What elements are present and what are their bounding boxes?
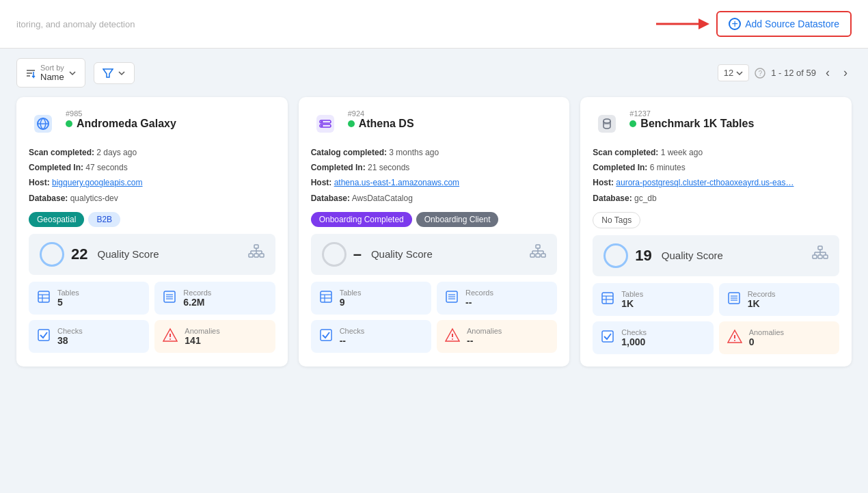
svg-rect-62 — [813, 255, 817, 258]
svg-rect-64 — [824, 255, 828, 258]
checks-label: Checks — [621, 328, 647, 336]
card-host: Host: aurora-postgresql.cluster-cthoaoxe… — [593, 176, 839, 189]
quality-circle — [40, 242, 64, 267]
tables-label: Tables — [621, 290, 643, 298]
stats-grid: Tables 5 Records 6.2M Checks 38 — [29, 282, 275, 353]
anomalies-value: 0 — [749, 336, 784, 347]
card-tags: No Tags — [593, 212, 839, 228]
status-dot — [348, 120, 355, 127]
subtitle: itoring, and anomaly detection — [16, 19, 135, 29]
card-title-area: #1237 Benchmark 1K Tables — [629, 109, 839, 130]
card-id: #1237 — [629, 109, 839, 118]
page-size-chevron — [736, 70, 743, 77]
svg-point-32 — [169, 338, 171, 340]
datastore-card: #985 Andromeda Galaxy Scan completed: 2 … — [16, 97, 288, 367]
next-page-button[interactable]: › — [839, 64, 852, 81]
card-scan: Scan completed: 1 week ago — [593, 146, 839, 159]
records-icon — [445, 290, 459, 306]
anomalies-stat: Anomalies 141 — [154, 320, 275, 353]
tag: Onboarding Client — [416, 212, 499, 227]
checks-value: -- — [340, 335, 365, 346]
quality-score-value: 22 — [71, 245, 87, 263]
tables-value: 9 — [340, 297, 362, 308]
toolbar: Sort by Name 12 ? 1 - 12 of 59 ‹ › — [0, 49, 868, 97]
records-label: Records — [465, 289, 493, 297]
svg-rect-55 — [321, 330, 331, 341]
checks-stat: Checks 38 — [29, 320, 149, 353]
quality-score-section: 19 Quality Score — [593, 235, 839, 276]
prev-page-button[interactable]: ‹ — [822, 64, 834, 81]
svg-point-58 — [452, 338, 453, 340]
checks-info: Checks 38 — [57, 327, 83, 346]
check-icon — [319, 328, 333, 344]
hierarchy-icon[interactable] — [812, 245, 828, 266]
checks-stat: Checks -- — [311, 320, 431, 353]
card-header: #924 Athena DS — [311, 109, 558, 138]
sort-dropdown[interactable]: Sort by Name — [16, 58, 85, 88]
svg-text:?: ? — [759, 70, 763, 77]
check-icon — [37, 328, 51, 344]
stats-grid: Tables 1K Records 1K Checks 1,000 — [593, 283, 839, 354]
records-value: 6.2M — [183, 297, 211, 308]
quality-circle — [322, 242, 347, 267]
checks-info: Checks -- — [340, 327, 365, 346]
svg-rect-15 — [260, 254, 264, 257]
card-host: Host: bigquery.googleapis.com — [29, 176, 275, 189]
anomalies-value: -- — [467, 335, 502, 346]
card-tags: Onboarding CompletedOnboarding Client — [311, 212, 558, 227]
tables-stat: Tables 1K — [593, 283, 713, 316]
anomalies-label: Anomalies — [185, 327, 219, 335]
tables-label: Tables — [57, 289, 79, 297]
checks-value: 38 — [57, 335, 83, 346]
checks-label: Checks — [340, 327, 365, 335]
page-size-select[interactable]: 12 — [718, 64, 749, 81]
tables-value: 5 — [57, 297, 79, 308]
card-completed: Completed In: 47 seconds — [29, 161, 275, 174]
card-icon — [593, 109, 621, 138]
svg-point-81 — [734, 340, 735, 341]
svg-rect-70 — [602, 293, 613, 304]
hierarchy-icon[interactable] — [530, 244, 546, 265]
records-info: Records -- — [465, 289, 493, 308]
hierarchy-icon[interactable] — [248, 244, 265, 265]
card-title-area: #924 Athena DS — [348, 109, 558, 130]
card-header: #985 Andromeda Galaxy — [29, 109, 275, 138]
records-stat: Records -- — [437, 282, 557, 315]
filter-button[interactable] — [94, 62, 135, 84]
records-value: -- — [465, 297, 493, 308]
quality-score-section: 22 Quality Score — [29, 234, 275, 275]
plus-circle-icon: + — [729, 18, 741, 30]
card-completed: Completed In: 6 minutes — [593, 161, 839, 174]
svg-rect-41 — [541, 254, 545, 257]
warning-icon — [163, 328, 178, 345]
records-stat: Records 6.2M — [154, 282, 275, 315]
card-tags: GeospatialB2B — [29, 212, 275, 227]
card-completed: Completed In: 21 seconds — [311, 161, 558, 174]
tables-info: Tables 1K — [621, 290, 643, 309]
card-name: Andromeda Galaxy — [66, 118, 275, 130]
svg-marker-1 — [699, 18, 709, 29]
records-value: 1K — [748, 298, 776, 309]
svg-marker-6 — [103, 69, 113, 77]
quality-left: 22 Quality Score — [40, 242, 159, 267]
add-source-datastore-button[interactable]: + Add Source Datastore — [716, 11, 852, 37]
svg-rect-38 — [536, 245, 540, 248]
datastore-card: #924 Athena DS Catalog completed: 3 mont… — [299, 97, 570, 367]
card-title-area: #985 Andromeda Galaxy — [66, 109, 275, 130]
card-database: Database: AwsDataCatalog — [311, 192, 558, 205]
card-icon — [29, 109, 57, 138]
svg-rect-39 — [530, 254, 534, 257]
tables-label: Tables — [340, 289, 362, 297]
anomalies-info: Anomalies 0 — [749, 328, 784, 347]
add-button-area: + Add Source Datastore — [656, 11, 852, 37]
card-database: Database: gc_db — [593, 192, 839, 205]
svg-rect-78 — [602, 331, 613, 342]
anomalies-info: Anomalies 141 — [185, 327, 219, 346]
table-icon — [37, 290, 51, 306]
svg-rect-33 — [316, 115, 334, 133]
quality-score-label: Quality Score — [662, 250, 723, 261]
anomalies-value: 141 — [185, 335, 219, 346]
card-name: Athena DS — [348, 118, 558, 130]
red-arrow-icon — [656, 14, 711, 34]
records-info: Records 6.2M — [183, 289, 211, 308]
